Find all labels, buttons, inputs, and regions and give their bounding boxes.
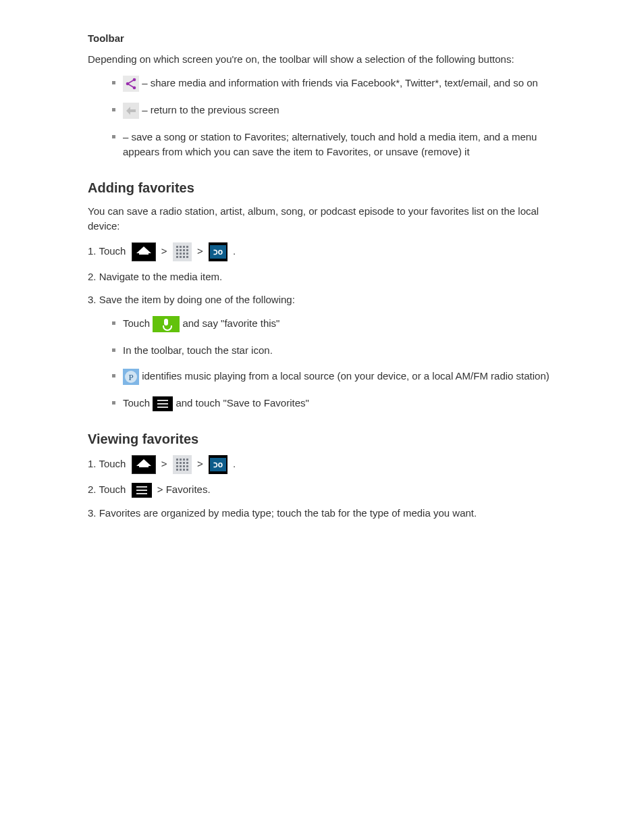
menu-list-icon (153, 396, 173, 411)
viewing-step1: 1. Touch > > ɔo . (88, 455, 560, 474)
step1d: . (233, 245, 236, 257)
home-icon (132, 242, 156, 261)
viewing-heading: Viewing favorites (88, 432, 560, 447)
favorites-method-menu: Touch and touch "Save to Favorites" (112, 396, 560, 411)
m3-pre: Touch (123, 397, 153, 409)
toolbar-item-star-text: – save a song or station to Favorites; a… (123, 131, 537, 158)
vstep1c: > (197, 458, 206, 469)
apps-grid-icon (173, 242, 192, 261)
viewing-step2: 2. Touch > Favorites. (88, 482, 560, 498)
toolbar-intro: Depending on which screen you're on, the… (88, 52, 560, 68)
toolbar-heading: Toolbar (88, 32, 560, 44)
menu-list-icon (132, 483, 152, 498)
vstep2a: 2. Touch (88, 484, 129, 495)
identify-music-icon (123, 369, 139, 385)
favorites-step1: 1. Touch > > ɔo . (88, 242, 560, 261)
favorites-intro: You can save a radio station, artist, al… (88, 204, 560, 234)
viewing-step3: 3. Favorites are organized by media type… (88, 506, 560, 521)
vstep1b: > (161, 458, 170, 469)
favorites-method-identify: identifies music playing from a local so… (112, 369, 560, 385)
toolbar-item-share: – share media and information with frien… (112, 76, 560, 92)
m2-post: identifies music playing from a local so… (142, 370, 549, 382)
step1a: 1. Touch (88, 245, 129, 257)
home-icon (132, 455, 156, 474)
m0-pre: Touch (123, 317, 153, 329)
favorites-step2: 2. Navigate to the media item. (88, 269, 560, 285)
m1-post: In the toolbar, touch the star icon. (123, 344, 273, 356)
app-logo-icon: ɔo (209, 242, 227, 261)
favorites-method-star: In the toolbar, touch the star icon. (112, 343, 560, 359)
share-icon (123, 76, 139, 92)
toolbar-list: – share media and information with frien… (88, 76, 560, 160)
favorites-methods: Touch and say "favorite this" In the too… (88, 316, 560, 412)
svg-line-4 (128, 84, 134, 88)
favorites-method-voice: Touch and say "favorite this" (112, 316, 560, 332)
toolbar-item-back: – return to the previous screen (112, 103, 560, 119)
favorites-step3: 3. Save the item by doing one of the fol… (88, 292, 560, 308)
app-logo-icon: ɔo (209, 455, 227, 474)
toolbar-item-star: – save a song or station to Favorites; a… (112, 130, 560, 160)
vstep2b: > Favorites. (157, 484, 211, 495)
favorites-heading: Adding favorites (88, 180, 560, 196)
step1c: > (197, 245, 206, 257)
toolbar-item-share-text: – share media and information with frien… (139, 77, 538, 88)
vstep1d: . (233, 458, 236, 469)
m0-post: and say "favorite this" (182, 317, 279, 329)
vstep1a: 1. Touch (88, 458, 129, 469)
step1b: > (161, 245, 170, 257)
page-content: Toolbar Depending on which screen you're… (88, 20, 560, 529)
microphone-icon (153, 316, 180, 332)
apps-grid-icon (173, 455, 192, 474)
svg-line-3 (128, 80, 134, 84)
m3-post: and touch "Save to Favorites" (176, 397, 308, 409)
document-page: Toolbar Depending on which screen you're… (0, 0, 644, 834)
toolbar-item-back-text: – return to the previous screen (139, 104, 279, 115)
back-arrow-icon (123, 103, 139, 119)
